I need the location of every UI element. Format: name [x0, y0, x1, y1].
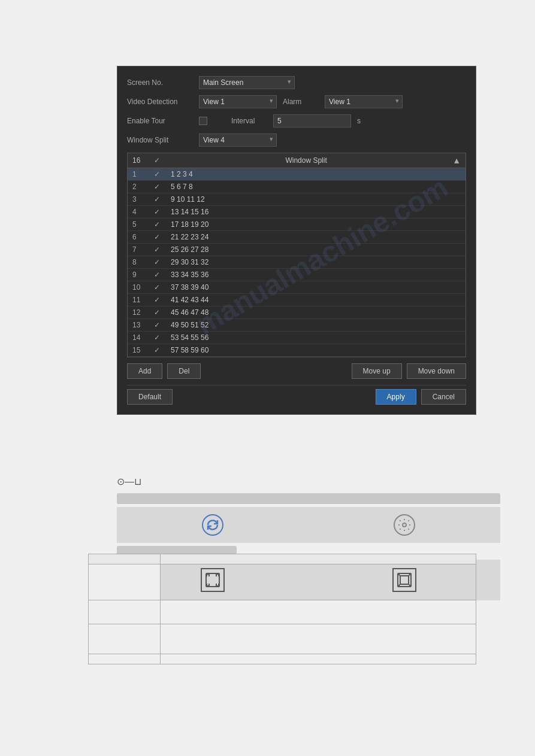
settings-icon[interactable] [394, 514, 415, 536]
table-cell [161, 600, 476, 624]
row-content: 17 18 19 20 [171, 220, 461, 229]
add-button[interactable]: Add [127, 363, 162, 379]
table-row[interactable]: 4 ✓ 13 14 15 16 [128, 206, 466, 218]
table-row[interactable]: 1 ✓ 1 2 3 4 [128, 168, 466, 181]
row-check: ✓ [154, 208, 164, 216]
table-row[interactable]: 14 ✓ 53 54 55 56 [128, 332, 466, 344]
table-row[interactable]: 13 ✓ 49 50 51 52 [128, 319, 466, 332]
table-row [89, 554, 476, 564]
table-cell [89, 600, 161, 624]
row-check: ✓ [154, 233, 164, 241]
table-cell [161, 554, 476, 564]
row-content: 49 50 51 52 [171, 321, 461, 329]
row-check: ✓ [154, 346, 164, 354]
row-num: 1 [132, 170, 147, 178]
table-header: 16 ✓ Window Split ▲ [128, 153, 466, 168]
alarm-label: Alarm [283, 98, 319, 106]
row-content: 37 38 39 40 [171, 283, 461, 292]
interval-label: Interval [231, 117, 267, 125]
table-row[interactable]: 12 ✓ 45 46 47 48 [128, 306, 466, 319]
row-num: 3 [132, 195, 147, 204]
scroll-up-icon[interactable]: ▲ [452, 156, 461, 165]
video-alarm-row: Video Detection View 1 Alarm View 1 [127, 95, 466, 108]
move-up-button[interactable]: Move up [352, 363, 402, 379]
row-check: ✓ [154, 258, 164, 266]
apply-button[interactable]: Apply [376, 389, 416, 405]
svg-point-0 [403, 523, 406, 527]
row-check: ✓ [154, 195, 164, 204]
table-row[interactable]: 8 ✓ 29 30 31 32 [128, 256, 466, 269]
table-cell [161, 564, 476, 600]
alarm-select[interactable]: View 1 [325, 95, 403, 108]
window-split-row: Window Split View 4 [127, 133, 466, 147]
table-row[interactable]: 11 ✓ 41 42 43 44 [128, 294, 466, 306]
icon-row [117, 507, 500, 543]
table-row[interactable]: 6 ✓ 21 22 23 24 [128, 231, 466, 244]
alarm-select-wrap: View 1 [325, 95, 403, 108]
window-split-table: 16 ✓ Window Split ▲ 1 ✓ 1 2 3 4 2 ✓ 5 6 … [127, 153, 466, 357]
table-row[interactable]: 5 ✓ 17 18 19 20 [128, 218, 466, 231]
interval-input[interactable]: 5 [273, 114, 351, 127]
default-button[interactable]: Default [127, 389, 173, 405]
row-num: 9 [132, 271, 147, 279]
window-split-label: Window Split [127, 136, 193, 144]
row-num: 4 [132, 208, 147, 216]
row-check: ✓ [154, 283, 164, 292]
row-content: 25 26 27 28 [171, 245, 461, 254]
table-row [89, 654, 476, 664]
screen-no-row: Screen No. Main Screen [127, 76, 466, 89]
refresh-icon[interactable] [202, 514, 223, 536]
enable-tour-checkbox[interactable] [199, 117, 207, 125]
table-row[interactable]: 7 ✓ 25 26 27 28 [128, 244, 466, 256]
row-content: 9 10 11 12 [171, 195, 461, 204]
row-check: ✓ [154, 183, 164, 191]
table-cell [89, 654, 161, 664]
row-check: ✓ [154, 321, 164, 329]
move-down-button[interactable]: Move down [407, 363, 466, 379]
table-row[interactable]: 2 ✓ 5 6 7 8 [128, 181, 466, 193]
screen-no-select[interactable]: Main Screen [199, 76, 295, 89]
row-check: ✓ [154, 333, 164, 342]
table-row [89, 564, 476, 600]
table-row[interactable]: 15 ✓ 57 58 59 60 [128, 344, 466, 357]
row-num: 5 [132, 220, 147, 229]
row-check: ✓ [154, 296, 164, 304]
del-button[interactable]: Del [167, 363, 201, 379]
row-num: 14 [132, 333, 147, 342]
table-cell [89, 564, 161, 600]
row-num: 11 [132, 296, 147, 304]
row-content: 13 14 15 16 [171, 208, 461, 216]
row-num: 10 [132, 283, 147, 292]
table-row[interactable]: 9 ✓ 33 34 35 36 [128, 269, 466, 281]
table-scroll-area[interactable]: 1 ✓ 1 2 3 4 2 ✓ 5 6 7 8 3 ✓ 9 10 11 12 4… [128, 168, 466, 357]
lock-icon: ⊙—⊔ [117, 476, 141, 487]
table-row[interactable]: 3 ✓ 9 10 11 12 [128, 193, 466, 206]
row-check: ✓ [154, 220, 164, 229]
row-check: ✓ [154, 308, 164, 317]
row-num: 13 [132, 321, 147, 329]
row-check: ✓ [154, 170, 164, 178]
table-row [89, 600, 476, 624]
row-content: 57 58 59 60 [171, 346, 461, 354]
gray-bar-1 [117, 493, 500, 504]
window-split-select[interactable]: View 4 [199, 133, 277, 147]
row-num: 12 [132, 308, 147, 317]
table-row [89, 624, 476, 654]
row-num: 7 [132, 245, 147, 254]
row-num: 8 [132, 258, 147, 266]
row-num: 6 [132, 233, 147, 241]
table-cell [161, 624, 476, 654]
table-cell [161, 654, 476, 664]
row-content: 53 54 55 56 [171, 333, 461, 342]
video-detection-select[interactable]: View 1 [199, 95, 277, 108]
row-check: ✓ [154, 245, 164, 254]
table-row[interactable]: 10 ✓ 37 38 39 40 [128, 281, 466, 294]
footer-row: Default Apply Cancel [127, 385, 466, 405]
row-check: ✓ [154, 271, 164, 279]
row-content: 21 22 23 24 [171, 233, 461, 241]
table-col-title: Window Split [167, 156, 445, 165]
screen-no-label: Screen No. [127, 78, 193, 87]
video-detection-label: Video Detection [127, 98, 193, 106]
screen-no-select-wrap: Main Screen [199, 76, 295, 89]
cancel-button[interactable]: Cancel [421, 389, 466, 405]
